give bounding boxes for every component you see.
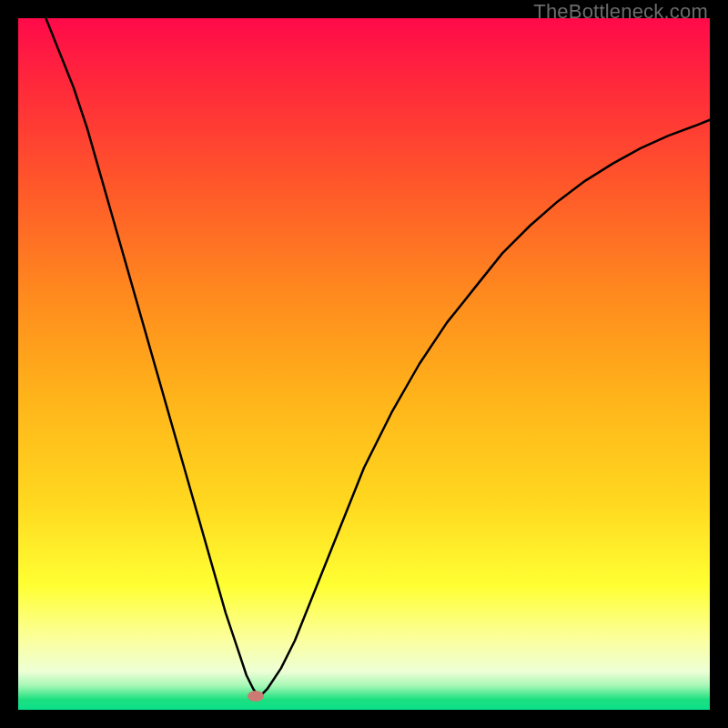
bottleneck-curve: [18, 18, 710, 710]
watermark-text: TheBottleneck.com: [533, 0, 708, 24]
chart-frame: [18, 18, 710, 710]
optimum-marker: [248, 691, 264, 702]
